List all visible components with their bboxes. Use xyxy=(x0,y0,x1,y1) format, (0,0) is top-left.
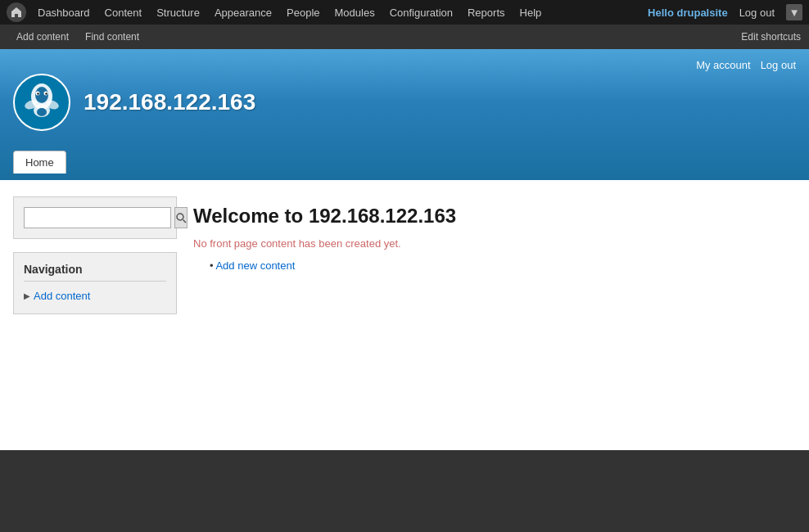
nav-appearance[interactable]: Appearance xyxy=(208,0,278,25)
username-label: drupalsite xyxy=(677,7,728,19)
nav-add-content-link[interactable]: ▶ Add content xyxy=(24,288,166,304)
nav-dashboard[interactable]: Dashboard xyxy=(31,0,97,25)
sidebar: Navigation ▶ Add content xyxy=(13,196,177,434)
site-header: My account Log out 192.168.122.163 Home xyxy=(0,49,809,180)
page-title: Welcome to 192.168.122.163 xyxy=(193,205,796,228)
site-branding: 192.168.122.163 xyxy=(13,57,796,144)
tab-home[interactable]: Home xyxy=(13,151,66,174)
my-account-link[interactable]: My account xyxy=(696,59,750,71)
content-column: Welcome to 192.168.122.163 No front page… xyxy=(193,196,796,434)
nav-content[interactable]: Content xyxy=(98,0,149,25)
admin-toolbar: Dashboard Content Structure Appearance P… xyxy=(0,0,809,25)
nav-configuration[interactable]: Configuration xyxy=(383,0,459,25)
shortcut-add-content[interactable]: Add content xyxy=(8,25,77,49)
nav-add-content-label: Add content xyxy=(34,290,90,302)
shortcut-find-content[interactable]: Find content xyxy=(77,25,147,49)
site-name-text[interactable]: 192.168.122.163 xyxy=(84,89,255,115)
shortcuts-bar: Add content Find content Edit shortcuts xyxy=(0,25,809,49)
search-button[interactable] xyxy=(174,207,188,228)
svg-point-5 xyxy=(37,92,38,94)
nav-reports[interactable]: Reports xyxy=(461,0,512,25)
main-content-area: Navigation ▶ Add content Welcome to 192.… xyxy=(0,180,809,450)
add-new-content-link[interactable]: Add new content xyxy=(215,259,295,272)
svg-point-10 xyxy=(37,108,47,116)
navigation-block-title: Navigation xyxy=(24,263,166,282)
nav-people[interactable]: People xyxy=(280,0,326,25)
search-block xyxy=(13,196,177,239)
search-input[interactable] xyxy=(24,207,171,228)
svg-point-11 xyxy=(177,214,183,220)
search-form xyxy=(24,207,166,228)
no-content-message: No front page content has been created y… xyxy=(193,237,796,250)
admin-dropdown-button[interactable]: ▼ xyxy=(786,4,802,20)
content-action-list: Add new content xyxy=(193,259,796,272)
navigation-block: Navigation ▶ Add content xyxy=(13,252,177,314)
nav-arrow-icon: ▶ xyxy=(24,291,30,300)
svg-line-12 xyxy=(183,220,187,223)
log-out-header-link[interactable]: Log out xyxy=(761,59,796,71)
svg-point-6 xyxy=(45,92,47,94)
edit-shortcuts-link[interactable]: Edit shortcuts xyxy=(741,31,801,43)
list-item: Add new content xyxy=(210,259,796,272)
home-icon-button[interactable] xyxy=(7,2,26,22)
hello-text: Hello drupalsite xyxy=(648,7,728,19)
nav-help[interactable]: Help xyxy=(513,0,549,25)
primary-tabs: Home xyxy=(13,151,796,174)
drupal-logo-icon[interactable] xyxy=(13,74,70,131)
user-links-top: My account Log out xyxy=(696,59,796,71)
nav-modules[interactable]: Modules xyxy=(328,0,382,25)
search-icon xyxy=(175,212,187,223)
nav-structure[interactable]: Structure xyxy=(150,0,206,25)
site-footer xyxy=(0,450,809,532)
logout-button[interactable]: Log out xyxy=(733,0,781,25)
